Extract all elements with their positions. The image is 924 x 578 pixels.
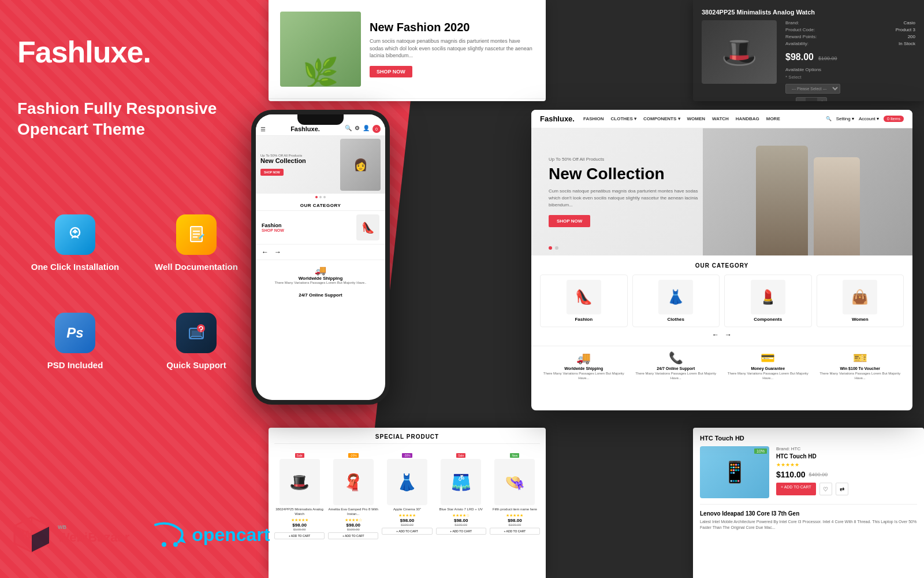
opencart-logo: opencart (152, 519, 270, 550)
feature-psd[interactable]: Ps PSD Included (17, 295, 133, 387)
nav-components[interactable]: COMPONENTS ▾ (643, 116, 680, 121)
cat-fashion[interactable]: 👠 Fashion (540, 275, 628, 327)
product-3-add-btn[interactable]: + ADD TO CART (382, 528, 432, 535)
desktop-hero-text: Up To 50% Off All Products New Collectio… (549, 157, 710, 227)
nav-handbag[interactable]: HANDBAG (736, 116, 759, 121)
features-grid: One Click Installation Well Documentatio… (17, 197, 254, 387)
ms-dot-2 (555, 246, 558, 250)
brand-row: Brand: Casio (785, 20, 915, 25)
one-click-icon (55, 214, 95, 255)
product-5-price: $98.00 (490, 518, 540, 523)
product-1-add-btn[interactable]: + ADD TO CART (274, 532, 325, 539)
desktop-cat-arrows: ← → (540, 331, 904, 339)
phone-mockup: ☰ Fashluxe. 🔍 ⚙ 👤 0 Up To 50% Off All Pr… (251, 110, 390, 405)
product-5-old-price: $100.00 (490, 523, 540, 527)
nav-clothes[interactable]: CLOTHES ▾ (611, 116, 636, 121)
phone-frame: ☰ Fashluxe. 🔍 ⚙ 👤 0 Up To 50% Off All Pr… (251, 110, 390, 405)
htc-compare[interactable]: ⇄ (836, 483, 848, 495)
desktop-hero-title: New Collection (549, 165, 710, 183)
svg-point-9 (200, 331, 202, 332)
webibazaar-text: WB WebiBazaar (58, 524, 129, 545)
opencart-text: opencart (192, 524, 270, 546)
phone-cat-shop[interactable]: SHOP NOW (262, 228, 284, 232)
cat-components[interactable]: 💄 Components (724, 275, 812, 327)
shipping-text: There Many Variations Passages Lorem But… (260, 281, 381, 284)
top-right-screenshot: 38024PP25 Minimalists Analog Watch 🎩 Bra… (693, 0, 924, 101)
settings-nav-label[interactable]: Setting ▾ (836, 116, 854, 121)
feature-documentation[interactable]: Well Documentation (139, 197, 254, 289)
product-3-name: Apple Cinema 30" (382, 507, 432, 512)
product-4-add-btn[interactable]: + ADD TO CART (436, 528, 486, 535)
htc-title: HTC Touch HD (700, 435, 917, 442)
wb-subtitle: WB (58, 524, 129, 530)
product-3-price: $98.00 (382, 518, 432, 523)
phone-nav-icons: 🔍 ⚙ 👤 0 (345, 125, 381, 133)
brand-label: Brand: (785, 20, 799, 25)
cat-women[interactable]: 👜 Women (817, 275, 904, 327)
search-icon[interactable]: 🔍 (826, 116, 832, 121)
feature-support[interactable]: Quick Support (139, 295, 254, 387)
htc-wishlist[interactable]: ♡ (819, 483, 832, 495)
lenovo-desc: Latest Intel Mobile Architecture Powered… (700, 519, 917, 531)
product-3-badge: -30% (402, 453, 412, 458)
desktop-categories: 👠 Fashion 👗 Clothes 💄 Components 👜 Women (540, 275, 904, 327)
product-2-old-price: $100.00 (328, 528, 378, 531)
nav-women[interactable]: WOMEN (687, 116, 706, 121)
product-2-badge: -20% (348, 453, 359, 458)
qty-label: Qty (785, 100, 792, 102)
phone-cat-img: 👠 (356, 214, 379, 240)
product-4-old-price: $100.00 (436, 523, 486, 527)
account-nav-label[interactable]: Account ▾ (859, 116, 879, 121)
cat-arrow-right[interactable]: → (725, 331, 732, 339)
money-service-icon: 💳 (724, 351, 812, 365)
documentation-label: Well Documentation (155, 262, 238, 272)
support-service-title: 24/7 Online Support (632, 366, 720, 370)
feature-one-click[interactable]: One Click Installation (17, 197, 133, 289)
desktop-nav: Fashluxe. FASHION CLOTHES ▾ COMPONENTS ▾… (531, 110, 912, 128)
phone-brand: Fashluxe. (290, 125, 320, 132)
cat-arrow-left[interactable]: ← (712, 331, 719, 339)
nav-more[interactable]: MORE (766, 116, 780, 121)
tls-btn[interactable]: SHOP NOW (370, 66, 412, 77)
tls-desc: Cum sociis natoque penatibus magnis dis … (370, 38, 534, 60)
code-value: Product 3 (896, 27, 915, 32)
model-1 (756, 146, 808, 255)
product-2-add-btn[interactable]: + ADD TO CART (328, 532, 378, 539)
desktop-hero-tag: Up To 50% Off All Products (549, 157, 710, 162)
product-1-name: 38024PP25 Minimalists Analog Watch (274, 507, 325, 517)
category-section-title: OUR CATEGORY (540, 262, 904, 269)
tls-title: New Fashion 2020 (370, 21, 534, 34)
desktop-hero: Up To 50% Off All Products New Collectio… (531, 128, 912, 255)
wb-icon: W (12, 514, 52, 555)
reward-value: 200 (908, 34, 915, 39)
product-4-badge: Sale (456, 453, 465, 458)
nav-watch[interactable]: WATCH (712, 116, 729, 121)
product-1-price: $98.00 (274, 523, 325, 528)
tls-footer: FEATURED PRODUCT Clothes Fashion Compone… (269, 98, 546, 101)
arrow-left-icon[interactable]: ← (262, 248, 269, 256)
phone-notch (297, 114, 344, 125)
qty-increase[interactable]: + (817, 98, 826, 101)
phone-hero-btn[interactable]: SHOP NOW (260, 169, 284, 176)
qty-decrease[interactable]: − (796, 98, 806, 101)
phone-support-title: 24/7 Online Support (256, 289, 385, 301)
bottom-right-screenshot: HTC Touch HD 10% 📱 Brand: HTC HTC Touch … (693, 428, 924, 578)
cart-button[interactable]: 0 Items (884, 116, 904, 122)
phone-hero: Up To 50% Off All Products New Collectio… (256, 136, 385, 194)
avail-label: Availability: (785, 41, 808, 46)
phone-dots (256, 194, 385, 201)
options-select[interactable]: --- Please Select --- (785, 84, 840, 94)
nav-fashion[interactable]: FASHION (583, 116, 604, 121)
reward-row: Reward Points: 200 (785, 34, 915, 39)
product-5-add-btn[interactable]: + ADD TO CART (490, 528, 540, 535)
phone-category-info: Fashion SHOP NOW (262, 223, 284, 232)
product-4-name: Blue Star Aristo 7 LRD + UV (436, 507, 486, 512)
product-2: -20% 🧣 Amelita Eva Gamped Pro 8 With Ins… (328, 449, 378, 539)
cat-clothes[interactable]: 👗 Clothes (632, 275, 720, 327)
desktop-hero-btn[interactable]: SHOP NOW (549, 215, 590, 227)
arrow-right-icon[interactable]: → (274, 248, 281, 256)
product-1-old-price: $100.00 (274, 528, 325, 531)
opencart-arrow-container (152, 519, 187, 550)
dot-2 (319, 196, 322, 198)
htc-add-cart[interactable]: + ADD TO CART (776, 483, 816, 495)
